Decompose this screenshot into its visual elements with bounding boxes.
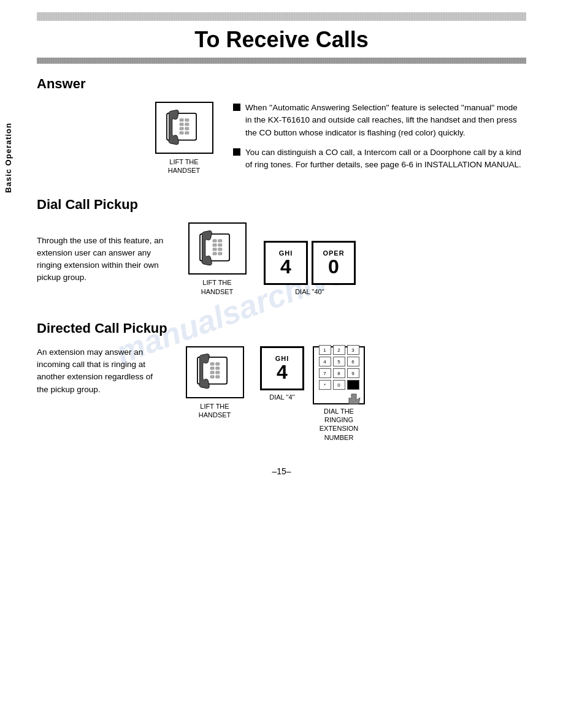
svg-rect-26 bbox=[216, 376, 220, 378]
keypad-key-1: 1 bbox=[319, 345, 331, 355]
dial-section: Dial Call Pickup Through the use of this… bbox=[37, 197, 526, 296]
bullet-list: When ''Automatic Answering Selection'' f… bbox=[233, 102, 526, 171]
dial-visuals: LIFT THEHANDSET GHI 4 OPER 0 bbox=[180, 222, 356, 296]
bullet-square-2 bbox=[233, 148, 240, 156]
keypad-key-hash: # bbox=[347, 380, 359, 390]
directed-key4-group: GHI 4 DIAL ''4'' bbox=[260, 346, 304, 401]
answer-handset-area: LIFT THEHANDSET bbox=[147, 102, 221, 175]
svg-rect-8 bbox=[185, 131, 189, 134]
dial-handset-area: LIFT THEHANDSET bbox=[180, 222, 254, 296]
keypad-row-2: 4 5 6 bbox=[319, 357, 359, 366]
directed-visuals: LIFT THEHANDSET GHI 4 DIAL ''4'' bbox=[178, 346, 365, 442]
answer-bullets-area: When ''Automatic Answering Selection'' f… bbox=[233, 102, 526, 178]
dial-phone-icon bbox=[196, 227, 239, 270]
svg-rect-14 bbox=[213, 248, 216, 250]
title-divider bbox=[37, 58, 526, 64]
dial-heading: Dial Call Pickup bbox=[37, 197, 526, 213]
directed-heading: Directed Call Pickup bbox=[37, 320, 526, 336]
finger-area bbox=[316, 393, 361, 405]
key-number-4: 4 bbox=[280, 257, 291, 276]
key-group-40: GHI 4 OPER 0 DIAL ''40'' bbox=[264, 241, 356, 296]
keypad-key-9: 9 bbox=[347, 368, 359, 378]
page-number: –15– bbox=[272, 466, 291, 476]
directed-key-box-4: GHI 4 bbox=[260, 346, 304, 390]
keypad-key-0: 0 bbox=[333, 380, 345, 390]
dial-content: Through the use of this feature, an exte… bbox=[37, 222, 526, 296]
extension-keypad-group: 1 2 3 4 5 6 7 bbox=[313, 346, 365, 442]
top-bar bbox=[37, 12, 526, 21]
keypad-key-2: 2 bbox=[333, 345, 345, 355]
extension-keypad-box: 1 2 3 4 5 6 7 bbox=[313, 346, 365, 404]
svg-rect-12 bbox=[213, 243, 216, 246]
svg-rect-22 bbox=[216, 367, 220, 370]
svg-rect-3 bbox=[180, 123, 183, 125]
phone-icon bbox=[163, 107, 205, 150]
svg-rect-5 bbox=[180, 127, 183, 129]
bullet-item-2: You can distinguish a CO call, a Interco… bbox=[233, 146, 526, 172]
svg-rect-25 bbox=[210, 376, 214, 378]
svg-rect-7 bbox=[180, 131, 183, 134]
bullet-text-2: You can distinguish a CO call, a Interco… bbox=[245, 146, 526, 172]
key-box-0: OPER 0 bbox=[312, 241, 356, 285]
directed-dial4-caption: DIAL ''4'' bbox=[269, 393, 295, 401]
bullet-item-1: When ''Automatic Answering Selection'' f… bbox=[233, 102, 526, 139]
dial-40-caption: DIAL ''40'' bbox=[295, 287, 324, 296]
svg-rect-23 bbox=[210, 371, 214, 374]
svg-rect-10 bbox=[213, 239, 216, 241]
bullet-text-1: When ''Automatic Answering Selection'' f… bbox=[245, 102, 526, 139]
keypad-key-7: 7 bbox=[319, 368, 331, 378]
keypad-key-4: 4 bbox=[319, 357, 331, 366]
svg-rect-16 bbox=[213, 252, 216, 254]
svg-rect-13 bbox=[218, 243, 222, 246]
directed-content: An extension may answer an incoming call… bbox=[37, 346, 526, 442]
keypad-key-star: * bbox=[319, 380, 331, 390]
svg-rect-24 bbox=[216, 371, 220, 374]
key-box-4: GHI 4 bbox=[264, 241, 308, 285]
key-row: GHI 4 OPER 0 bbox=[264, 241, 356, 285]
finger-icon bbox=[343, 393, 361, 405]
page-title: To Receive Calls bbox=[37, 27, 526, 53]
answer-content: LIFT THEHANDSET When ''Automatic Answeri… bbox=[37, 102, 526, 178]
svg-rect-1 bbox=[180, 118, 183, 121]
directed-keypad-caption: DIAL THERINGINGEXTENSIONNUMBER bbox=[320, 407, 359, 442]
bullet-square-1 bbox=[233, 104, 240, 111]
svg-rect-11 bbox=[218, 239, 222, 241]
answer-handset-box bbox=[155, 102, 213, 154]
directed-section: Directed Call Pickup An extension may an… bbox=[37, 320, 526, 442]
svg-rect-19 bbox=[210, 363, 214, 365]
svg-rect-17 bbox=[218, 252, 222, 254]
keypad-key-5: 5 bbox=[333, 357, 345, 366]
keypad-key-8: 8 bbox=[333, 368, 345, 378]
keypad-row-4: * 0 # bbox=[319, 380, 359, 390]
svg-rect-20 bbox=[216, 363, 220, 365]
directed-handset-box bbox=[186, 346, 244, 398]
svg-rect-2 bbox=[185, 118, 189, 121]
sidebar-label: Basic Operation bbox=[4, 123, 13, 193]
dial-handset-box bbox=[188, 222, 247, 275]
directed-handset-caption: LIFT THEHANDSET bbox=[199, 402, 231, 420]
answer-heading: Answer bbox=[37, 76, 526, 92]
answer-section: Answer bbox=[37, 76, 526, 178]
directed-phone-icon bbox=[193, 351, 236, 393]
directed-description: An extension may answer an incoming call… bbox=[37, 346, 166, 396]
svg-rect-21 bbox=[210, 367, 214, 370]
keypad-row-1: 1 2 3 bbox=[319, 345, 359, 355]
page-footer: –15– bbox=[37, 466, 526, 476]
answer-handset-caption: LIFT THEHANDSET bbox=[168, 157, 201, 175]
dial-handset-caption: LIFT THEHANDSET bbox=[201, 278, 234, 296]
keypad-key-6: 6 bbox=[347, 357, 359, 366]
svg-rect-6 bbox=[185, 127, 189, 129]
keypad-key-3: 3 bbox=[347, 345, 359, 355]
key-number-0: 0 bbox=[328, 257, 339, 276]
svg-rect-4 bbox=[185, 123, 189, 125]
svg-rect-15 bbox=[218, 248, 222, 250]
keypad-row-3: 7 8 9 bbox=[319, 368, 359, 378]
directed-key-number: 4 bbox=[277, 362, 288, 382]
dial-description: Through the use of this feature, an exte… bbox=[37, 235, 166, 284]
directed-handset-area: LIFT THEHANDSET bbox=[178, 346, 251, 420]
page: Basic Operation manualsarchive To Receiv… bbox=[0, 0, 563, 728]
